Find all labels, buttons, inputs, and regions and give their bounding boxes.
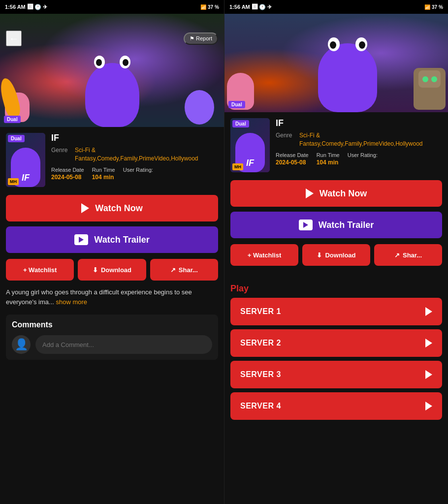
server-3-play-icon xyxy=(425,370,432,379)
purple-monster xyxy=(85,48,139,127)
movie-info-row-left: IF MH Dual IF Genre Sci-Fi & Fantasy,Com… xyxy=(6,133,218,187)
dual-badge-right: Dual xyxy=(228,101,245,108)
download-button-left[interactable]: ⬇ Download xyxy=(78,259,146,281)
release-date-left: Release Date 2024-05-08 xyxy=(51,167,84,181)
right-content: IF MH Dual IF Genre Sci-Fi & Fantasy,Com… xyxy=(224,112,448,279)
action-row-right: + Watchlist ⬇ Download ↗ Shar... xyxy=(230,244,442,266)
hero-chars-right xyxy=(224,14,448,112)
server-1-button[interactable]: SERVER 1 xyxy=(230,298,442,325)
play-icon-left xyxy=(81,203,89,213)
right-characters xyxy=(185,80,219,125)
status-bar-left: 1:56 AM 🅱 🕐 ✈ 📶 37 % xyxy=(0,0,224,14)
genre-value-right: Sci-Fi & Fantasy,Comedy,Family,PrimeVide… xyxy=(299,131,442,148)
server-3-button[interactable]: SERVER 3 xyxy=(230,361,442,388)
server-4-play-icon xyxy=(425,402,432,410)
watch-now-label-right: Watch Now xyxy=(320,189,367,199)
genre-label-right: Genre xyxy=(276,131,295,139)
show-more-left[interactable]: show more xyxy=(56,298,87,306)
hero-image-right: Dual xyxy=(224,14,448,112)
time-right: 1:56 AM xyxy=(229,4,250,10)
watch-now-label-left: Watch Now xyxy=(95,203,142,214)
status-time-left: 1:56 AM 🅱 🕐 ✈ xyxy=(5,4,47,10)
dual-badge-poster-right: Dual xyxy=(232,120,249,127)
back-button[interactable]: ← xyxy=(6,31,22,46)
server-1-label: SERVER 1 xyxy=(240,307,281,316)
watch-trailer-label-left: Watch Trailer xyxy=(94,235,149,245)
release-date-right: Release Date 2024-05-08 xyxy=(276,152,309,166)
user-rating-right: User Rating: xyxy=(348,152,378,166)
right-phone: 1:56 AM 🅱 🕐 ✈ 📶 37 % xyxy=(224,0,448,504)
movie-title-right: IF xyxy=(276,118,442,128)
comments-section-left: Comments 👤 xyxy=(6,315,218,360)
download-icon-left: ⬇ xyxy=(93,266,98,274)
watch-now-button-right[interactable]: Watch Now xyxy=(230,180,442,207)
monster-right xyxy=(318,29,377,112)
watchlist-button-left[interactable]: + Watchlist xyxy=(6,259,74,281)
genre-label-left: Genre xyxy=(51,146,71,154)
poster-thumbnail-right: IF MH Dual xyxy=(230,118,270,172)
content-area-left[interactable]: IF MH Dual IF Genre Sci-Fi & Fantasy,Com… xyxy=(0,127,224,504)
server-1-play-icon xyxy=(425,307,432,316)
movie-title-left: IF xyxy=(51,133,218,143)
avatar-left: 👤 xyxy=(12,335,31,354)
meta-row-right: Release Date 2024-05-08 Run Time 104 min… xyxy=(276,152,442,166)
download-button-right[interactable]: ⬇ Download xyxy=(302,244,370,266)
genre-value-left: Sci-Fi & Fantasy,Comedy,Family,PrimeVide… xyxy=(75,146,218,163)
comments-title-left: Comments xyxy=(12,320,212,329)
comment-input-left[interactable] xyxy=(35,335,212,354)
runtime-right: Run Time 104 min xyxy=(317,152,340,166)
server-2-button[interactable]: SERVER 2 xyxy=(230,329,442,357)
left-phone: 1:56 AM 🅱 🕐 ✈ 📶 37 % ← ⚑ Report xyxy=(0,0,224,504)
status-icons-right: 🅱 🕐 ✈ xyxy=(252,4,272,10)
movie-details-left: IF Genre Sci-Fi & Fantasy,Comedy,Family,… xyxy=(51,133,218,187)
server-3-label: SERVER 3 xyxy=(240,370,281,379)
movie-details-right: IF Genre Sci-Fi & Fantasy,Comedy,Family,… xyxy=(276,118,442,172)
report-button[interactable]: ⚑ Report xyxy=(184,32,218,45)
server-4-label: SERVER 4 xyxy=(240,402,281,410)
share-button-left[interactable]: ↗ Shar... xyxy=(150,259,218,281)
status-icons-left: 🅱 🕐 ✈ xyxy=(28,4,47,10)
dual-badge-left: Dual xyxy=(4,116,21,123)
mh-badge-right: MH xyxy=(232,163,243,170)
scroll-area-right[interactable]: IF MH Dual IF Genre Sci-Fi & Fantasy,Com… xyxy=(224,112,448,504)
genre-row-left: Genre Sci-Fi & Fantasy,Comedy,Family,Pri… xyxy=(51,146,218,163)
watch-trailer-button-left[interactable]: Watch Trailer xyxy=(6,226,218,253)
status-right-left: 📶 37 % xyxy=(200,4,219,10)
share-icon-right: ↗ xyxy=(394,252,400,259)
share-button-right[interactable]: ↗ Shar... xyxy=(374,244,442,266)
movie-info-row-right: IF MH Dual IF Genre Sci-Fi & Fantasy,Com… xyxy=(230,118,442,172)
watch-now-button-left[interactable]: Watch Now xyxy=(6,195,218,221)
meta-row-left: Release Date 2024-05-08 Run Time 104 min… xyxy=(51,167,218,181)
play-icon-right xyxy=(306,189,314,198)
status-right-right: 📶 37 % xyxy=(424,4,443,10)
action-row-left: + Watchlist ⬇ Download ↗ Shar... xyxy=(6,259,218,281)
runtime-left: Run Time 104 min xyxy=(92,167,115,181)
user-rating-left: User Rating: xyxy=(123,167,153,181)
status-bar-right: 1:56 AM 🅱 🕐 ✈ 📶 37 % xyxy=(224,0,448,14)
robot-right xyxy=(414,68,446,110)
header-bar-left: ← ⚑ Report xyxy=(0,28,224,49)
mh-badge-left: MH xyxy=(8,178,19,185)
play-section-title: Play xyxy=(224,279,448,298)
watch-trailer-button-right[interactable]: Watch Trailer xyxy=(230,212,442,238)
avatar-icon-left: 👤 xyxy=(15,338,28,351)
poster-if-text-right: IF xyxy=(246,158,254,168)
watch-trailer-label-right: Watch Trailer xyxy=(319,220,374,230)
trailer-icon-left xyxy=(74,234,88,245)
hero-image-left: ← ⚑ Report Dual xyxy=(0,14,224,127)
poster-thumbnail-left: IF MH Dual xyxy=(6,133,45,187)
dual-badge-poster-left: Dual xyxy=(8,135,25,142)
watchlist-button-right[interactable]: + Watchlist xyxy=(230,244,298,266)
server-2-play-icon xyxy=(425,339,432,347)
genre-row-right: Genre Sci-Fi & Fantasy,Comedy,Family,Pri… xyxy=(276,131,442,148)
movie-description-left: A young girl who goes through a difficul… xyxy=(6,287,218,307)
time-left: 1:56 AM xyxy=(5,4,26,10)
trailer-icon-right xyxy=(299,220,313,230)
comment-input-row-left: 👤 xyxy=(12,335,212,354)
status-time-right: 1:56 AM 🅱 🕐 ✈ xyxy=(229,4,272,10)
server-2-label: SERVER 2 xyxy=(240,339,281,347)
server-4-button[interactable]: SERVER 4 xyxy=(230,392,442,420)
download-icon-right: ⬇ xyxy=(317,252,322,259)
poster-if-text: IF xyxy=(22,173,30,183)
share-icon-left: ↗ xyxy=(170,266,176,274)
